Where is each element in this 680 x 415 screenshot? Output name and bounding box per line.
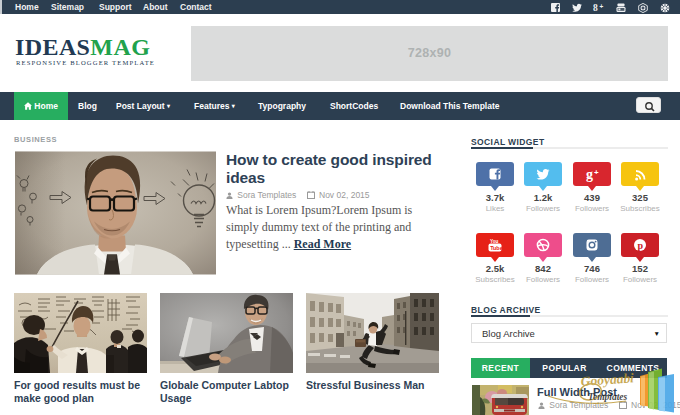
svg-text:Templates: Templates [588, 392, 628, 402]
svg-text:g: g [586, 167, 593, 182]
svg-text:+: + [599, 3, 603, 10]
svg-text:+: + [594, 168, 599, 177]
svg-text:You: You [490, 239, 499, 244]
svg-text:8: 8 [593, 3, 598, 12]
svg-text:p: p [638, 240, 644, 251]
svg-text:Gooyaabi: Gooyaabi [580, 370, 634, 389]
svg-text:Tube: Tube [490, 245, 502, 251]
